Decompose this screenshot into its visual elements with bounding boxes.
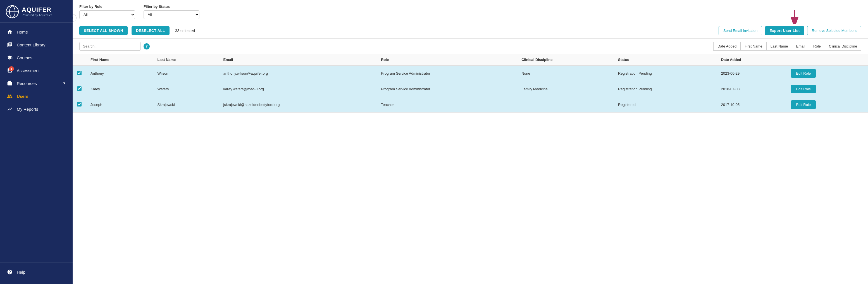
remove-selected-button[interactable]: Remove Selected Members: [807, 26, 861, 35]
sidebar-item-assessment[interactable]: Assessment 1: [0, 64, 72, 77]
row-first-name: Anthony: [86, 65, 153, 81]
row-last-name: Wilson: [153, 65, 219, 81]
send-email-button[interactable]: Send Email Invitation: [719, 26, 762, 35]
sidebar-item-content-library[interactable]: Content Library: [0, 38, 72, 51]
action-right: Send Email Invitation Export User List R…: [719, 26, 861, 35]
filter-role-group: Filter by Role All Teacher Student Admin…: [79, 4, 135, 19]
row-action-cell: Edit Role: [786, 65, 868, 81]
sidebar-item-home[interactable]: Home: [0, 25, 72, 38]
row-status: Registration Pending: [614, 65, 717, 81]
row-role: Program Service Administrator: [376, 81, 517, 97]
row-role: Teacher: [376, 97, 517, 113]
row-email: anthony.wilson@aquifer.org: [219, 65, 377, 81]
header-actions: [786, 54, 868, 65]
row-first-name: Joseph: [86, 97, 153, 113]
table-container: First Name Last Name Email Role Clinical…: [72, 54, 868, 284]
users-table: First Name Last Name Email Role Clinical…: [72, 54, 868, 113]
courses-icon: [7, 55, 13, 61]
search-input[interactable]: [79, 42, 141, 51]
sidebar-item-assessment-label: Assessment: [17, 68, 40, 73]
row-checkbox-cell: [72, 81, 86, 97]
sidebar-item-my-reports-label: My Reports: [17, 107, 38, 112]
assessment-badge: 1: [9, 66, 14, 71]
sort-role-button[interactable]: Role: [809, 42, 825, 51]
sidebar-item-my-reports[interactable]: My Reports: [0, 103, 72, 115]
row-checkbox[interactable]: [77, 102, 82, 107]
edit-role-button[interactable]: Edit Role: [791, 101, 816, 109]
sort-date-added-button[interactable]: Date Added: [713, 42, 740, 51]
help-icon: [7, 269, 13, 275]
help-search-icon[interactable]: ?: [144, 43, 150, 50]
sidebar-item-courses-label: Courses: [17, 55, 32, 60]
sidebar-item-resources[interactable]: Resources ▼: [0, 77, 72, 90]
select-all-button[interactable]: SELECT ALL SHOWN: [79, 26, 128, 35]
row-email: jskrajewski@hazeldenbettyford.org: [219, 97, 377, 113]
row-last-name: Waters: [153, 81, 219, 97]
aquifer-logo-icon: [6, 5, 19, 19]
resources-chevron-icon: ▼: [63, 81, 66, 85]
sidebar-logo: AQUIFER Powered by Aqueduct: [0, 0, 72, 23]
row-status: Registration Pending: [614, 81, 717, 97]
sort-first-name-button[interactable]: First Name: [740, 42, 766, 51]
header-date-added: Date Added: [717, 54, 787, 65]
edit-role-button[interactable]: Edit Role: [791, 85, 816, 93]
row-checkbox-cell: [72, 97, 86, 113]
search-left: ?: [79, 42, 150, 51]
row-clinical-discipline: [517, 97, 614, 113]
row-date-added: 2018-07-03: [717, 81, 787, 97]
filter-status-select[interactable]: All Registered Registration Pending Inac…: [144, 10, 199, 19]
sidebar-item-users[interactable]: Users: [0, 90, 72, 103]
row-checkbox[interactable]: [77, 86, 82, 91]
filter-role-label: Filter by Role: [79, 4, 135, 9]
reports-icon: [7, 106, 13, 112]
sidebar-item-resources-label: Resources: [17, 81, 37, 86]
filter-status-group: Filter by Status All Registered Registra…: [144, 4, 199, 19]
users-icon: [7, 93, 13, 99]
row-action-cell: Edit Role: [786, 81, 868, 97]
filter-bar: Filter by Role All Teacher Student Admin…: [72, 0, 868, 23]
sort-clinical-discipline-button[interactable]: Clinical Discipline: [825, 42, 861, 51]
header-email: Email: [219, 54, 377, 65]
sidebar-nav: Home Content Library Courses Assessment …: [0, 23, 72, 262]
row-status: Registered: [614, 97, 717, 113]
sidebar-item-courses[interactable]: Courses: [0, 51, 72, 64]
row-clinical-discipline: None: [517, 65, 614, 81]
sort-last-name-button[interactable]: Last Name: [766, 42, 792, 51]
selected-count: 33 selected: [175, 29, 195, 33]
down-arrow-icon: [789, 9, 800, 24]
row-checkbox-cell: [72, 65, 86, 81]
row-role: Program Service Administrator: [376, 65, 517, 81]
header-last-name: Last Name: [153, 54, 219, 65]
header-first-name: First Name: [86, 54, 153, 65]
sidebar-item-users-label: Users: [17, 94, 29, 99]
row-clinical-discipline: Family Medicine: [517, 81, 614, 97]
search-bar: ? Date Added First Name Last Name Email …: [72, 38, 868, 54]
row-email: karey.waters@med-u.org: [219, 81, 377, 97]
table-header-row: First Name Last Name Email Role Clinical…: [72, 54, 868, 65]
row-date-added: 2023-06-29: [717, 65, 787, 81]
book-icon: [7, 41, 13, 48]
table-row: Joseph Skrajewski jskrajewski@hazeldenbe…: [72, 97, 868, 113]
filter-status-label: Filter by Status: [144, 4, 199, 9]
main-content: ‹ Filter by Role All Teacher Student Adm…: [72, 0, 868, 284]
app-subtitle: Powered by Aqueduct: [22, 13, 52, 17]
sidebar-item-help-label: Help: [17, 270, 25, 275]
header-checkbox: [72, 54, 86, 65]
sidebar-bottom: Help: [0, 262, 72, 284]
filter-role-select[interactable]: All Teacher Student Admin Program Servic…: [79, 10, 135, 19]
sort-email-button[interactable]: Email: [792, 42, 809, 51]
table-body: Anthony Wilson anthony.wilson@aquifer.or…: [72, 65, 868, 113]
header-clinical-discipline: Clinical Discipline: [517, 54, 614, 65]
table-row: Karey Waters karey.waters@med-u.org Prog…: [72, 81, 868, 97]
row-checkbox[interactable]: [77, 71, 82, 75]
row-first-name: Karey: [86, 81, 153, 97]
arrow-indicator: [789, 9, 800, 24]
edit-role-button[interactable]: Edit Role: [791, 69, 816, 78]
sidebar: AQUIFER Powered by Aqueduct Home Content…: [0, 0, 72, 284]
deselect-all-button[interactable]: DESELECT ALL: [131, 26, 169, 35]
export-user-list-button[interactable]: Export User List: [765, 26, 804, 35]
sidebar-item-help[interactable]: Help: [0, 265, 72, 278]
row-action-cell: Edit Role: [786, 97, 868, 113]
sidebar-item-home-label: Home: [17, 30, 28, 34]
header-status: Status: [614, 54, 717, 65]
